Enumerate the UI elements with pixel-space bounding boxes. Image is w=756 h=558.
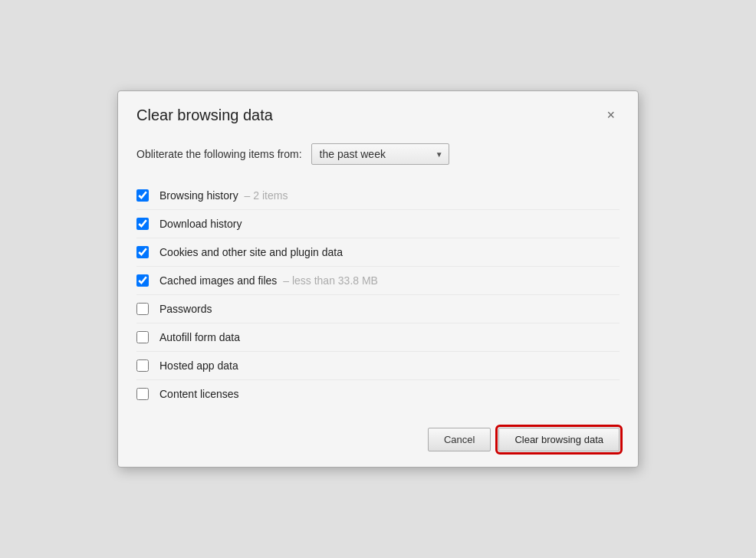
- checkbox-item-cached-images: Cached images and files – less than 33.8…: [136, 267, 620, 295]
- content-licenses-label[interactable]: Content licenses: [159, 388, 239, 400]
- checkbox-item-content-licenses: Content licenses: [136, 380, 620, 408]
- autofill-checkbox[interactable]: [136, 331, 149, 343]
- cookies-checkbox[interactable]: [136, 246, 149, 258]
- clear-browsing-data-dialog: Clear browsing data × Obliterate the fol…: [117, 90, 639, 468]
- checkbox-item-passwords: Passwords: [136, 295, 620, 323]
- clear-browsing-data-button[interactable]: Clear browsing data: [498, 428, 620, 451]
- passwords-label[interactable]: Passwords: [159, 303, 212, 315]
- checkbox-item-browsing-history: Browsing history – 2 items: [136, 182, 620, 210]
- time-range-row: Obliterate the following items from: the…: [136, 143, 620, 165]
- checkbox-item-cookies: Cookies and other site and plugin data: [136, 238, 620, 267]
- dialog-footer: Cancel Clear browsing data: [118, 415, 638, 467]
- time-range-select[interactable]: the past hour the past day the past week…: [311, 143, 449, 165]
- cancel-button[interactable]: Cancel: [428, 428, 491, 451]
- hosted-app-label[interactable]: Hosted app data: [159, 359, 238, 372]
- browsing-history-label[interactable]: Browsing history – 2 items: [159, 189, 288, 202]
- autofill-label[interactable]: Autofill form data: [159, 331, 240, 343]
- time-range-select-wrapper: the past hour the past day the past week…: [311, 143, 449, 165]
- time-range-label: Obliterate the following items from:: [136, 148, 302, 160]
- cookies-label[interactable]: Cookies and other site and plugin data: [159, 246, 343, 258]
- hosted-app-checkbox[interactable]: [136, 359, 149, 372]
- download-history-checkbox[interactable]: [136, 218, 149, 230]
- dialog-header: Clear browsing data ×: [118, 91, 638, 133]
- content-licenses-checkbox[interactable]: [136, 388, 149, 400]
- cached-images-label[interactable]: Cached images and files – less than 33.8…: [159, 274, 378, 287]
- checkbox-item-hosted-app: Hosted app data: [136, 352, 620, 380]
- dialog-title: Clear browsing data: [136, 107, 273, 124]
- dialog-body: Obliterate the following items from: the…: [118, 133, 638, 415]
- download-history-label[interactable]: Download history: [159, 218, 242, 230]
- close-button[interactable]: ×: [602, 105, 620, 125]
- cached-images-checkbox[interactable]: [136, 274, 149, 287]
- checkbox-list: Browsing history – 2 items Download hist…: [136, 182, 620, 408]
- browsing-history-checkbox[interactable]: [136, 189, 149, 202]
- checkbox-item-autofill: Autofill form data: [136, 323, 620, 352]
- checkbox-item-download-history: Download history: [136, 210, 620, 238]
- passwords-checkbox[interactable]: [136, 303, 149, 315]
